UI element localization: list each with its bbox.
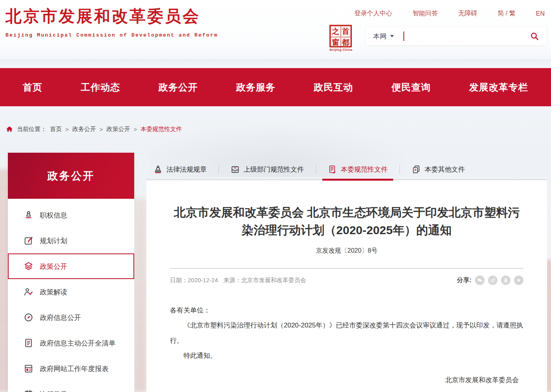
tab-upper-department-documents[interactable]: 上级部门规范性文件	[231, 165, 304, 174]
search-input[interactable]	[404, 30, 530, 42]
interpretation-icon	[24, 287, 33, 297]
sidebar-item-authority-info[interactable]: 职权信息	[8, 202, 134, 228]
salutation: 各有关单位：	[170, 303, 523, 318]
nav-item-convenient-query[interactable]: 便民查询	[392, 81, 431, 94]
paragraph: 特此通知。	[170, 348, 523, 363]
sidebar-item-label: 决策目录	[40, 390, 67, 392]
sidebar-item-label: 政策公开	[40, 262, 67, 271]
beijing-china-seal-logo[interactable]: 之 首 窗 都 Beijing-China	[329, 25, 353, 52]
article-meta-left: 日期：2020-12-24来源：北京市发展和改革委员会	[170, 277, 306, 284]
tab-label: 本委其他文件	[425, 165, 465, 174]
site-subtitle: Beijing Municipal Commission of Developm…	[6, 32, 218, 38]
breadcrumb-item-policy[interactable]: 政策公开	[107, 126, 130, 133]
article-title: 北京市发展和改革委员会 北京市生态环境局关于印发北京市塑料污染治理行动计划（20…	[170, 203, 523, 239]
top-links: 登录个人中心 智能问答 无障碍 简 / 繁 EN	[354, 9, 545, 18]
tab-label: 上级部门规范性文件	[244, 165, 304, 174]
qq-share-icon[interactable]	[501, 276, 510, 285]
seal-grid: 之 首 窗 都	[329, 25, 352, 47]
tab-divider	[316, 165, 316, 174]
sidebar-item-label: 规划计划	[40, 236, 67, 246]
site-title: 北京市发展和改革委员会	[6, 6, 218, 27]
breadcrumb-separator: >	[134, 126, 137, 133]
chevron-down-icon	[390, 35, 394, 37]
tab-label: 本委规范性文件	[341, 165, 388, 174]
tab-divider	[218, 165, 219, 174]
sidebar-items: 职权信息 规划计划 政策公开 政策解读	[8, 199, 134, 392]
main-content: 法律法规规章 上级部门规范性文件 本委规范性文件	[146, 159, 547, 392]
breadcrumb-item-home[interactable]: 首页	[50, 126, 62, 133]
sidebar-item-planning[interactable]: 规划计划	[8, 228, 134, 253]
page: 北京市发展和改革委员会 Beijing Municipal Commission…	[0, 0, 551, 392]
top-link-simplified-traditional[interactable]: 简 / 繁	[497, 9, 515, 18]
sidebar-item-proactive-disclosure-list[interactable]: 政府信息主动公开全清单	[8, 330, 134, 356]
sidebar-item-label: 政府网站工作年度报表	[40, 364, 109, 374]
tab-label: 法律法规规章	[166, 165, 207, 174]
sidebar-item-label: 政策解读	[40, 287, 67, 297]
stamp-icon	[24, 210, 33, 220]
weibo-share-icon[interactable]	[488, 276, 497, 285]
seal-caption: Beijing-China	[329, 48, 353, 52]
article-body: 各有关单位： 《北京市塑料污染治理行动计划（2020-2025年）》已经市委深改…	[170, 303, 523, 388]
breadcrumb-item-current: 本委规范性文件	[141, 126, 182, 133]
seal-char: 都	[341, 37, 351, 48]
sidebar-item-label: 政府信息公开	[40, 313, 81, 322]
breadcrumb-item-gov-affairs[interactable]: 政务公开	[72, 126, 96, 133]
seal-icon	[153, 165, 163, 174]
search-bar: 本网	[366, 27, 546, 45]
qzone-share-icon[interactable]	[514, 276, 523, 285]
seal-char: 窗	[331, 37, 341, 48]
nav-item-home[interactable]: 首页	[23, 81, 43, 94]
tab-commission-other-documents[interactable]: 本委其他文件	[412, 165, 465, 174]
wechat-share-icon[interactable]	[475, 276, 484, 285]
list-document-icon	[24, 338, 33, 348]
sidebar-item-label: 政府信息主动公开全清单	[40, 338, 116, 348]
seal-char: 之	[331, 26, 341, 37]
other-doc-icon	[412, 165, 421, 174]
top-link-login[interactable]: 登录个人中心	[354, 9, 392, 18]
document-tabs: 法律法规规章 上级部门规范性文件 本委规范性文件	[146, 159, 547, 180]
breadcrumb-separator: >	[100, 126, 103, 133]
article-source: 北京市发展和改革委员会	[241, 277, 306, 283]
tab-laws-regulations[interactable]: 法律法规规章	[153, 165, 207, 174]
article-panel: 北京市发展和改革委员会 北京市生态环境局关于印发北京市塑料污染治理行动计划（20…	[146, 181, 547, 392]
share-label: 分享:	[457, 276, 471, 285]
article-meta: 日期：2020-12-24来源：北京市发展和改革委员会 分享:	[170, 276, 523, 285]
signature: 北京市发展和改革委员会	[170, 373, 523, 388]
seal-char: 首	[341, 26, 351, 37]
tab-commission-normative-documents[interactable]: 本委规范性文件	[328, 165, 388, 174]
sidebar-item-decision-catalog[interactable]: 决策目录	[8, 381, 134, 392]
document-number: 京发改规〔2020〕8号	[170, 247, 523, 255]
breadcrumb-separator: >	[65, 126, 69, 133]
nav-item-reform-column[interactable]: 发展改革专栏	[469, 81, 528, 94]
top-link-qa[interactable]: 智能问答	[412, 9, 438, 18]
commission-doc-icon	[328, 165, 337, 174]
site-header: 北京市发展和改革委员会 Beijing Municipal Commission…	[0, 0, 551, 59]
nav-item-gov-services[interactable]: 政务服务	[236, 81, 276, 94]
layers-icon	[24, 261, 33, 271]
nav-item-interaction[interactable]: 政民互动	[314, 81, 353, 94]
sidebar-item-policy-interpretation[interactable]: 政策解读	[8, 279, 134, 305]
sidebar-item-label: 职权信息	[40, 211, 67, 220]
tab-divider	[399, 165, 400, 174]
top-link-accessibility[interactable]: 无障碍	[458, 9, 477, 18]
home-icon[interactable]	[6, 125, 13, 133]
background-artwork	[134, 199, 147, 392]
nav-item-work-dynamics[interactable]: 工作动态	[81, 81, 120, 94]
divider	[170, 268, 523, 269]
sidebar-item-gov-info-disclosure[interactable]: 政府信息公开	[8, 305, 134, 330]
search-scope-dropdown[interactable]: 本网	[373, 32, 394, 41]
top-link-english[interactable]: EN	[536, 10, 545, 17]
share-bar: 分享:	[457, 276, 523, 285]
search-icon[interactable]	[530, 31, 539, 41]
nav-item-gov-affairs[interactable]: 政务公开	[159, 81, 198, 94]
sidebar-item-policy-disclosure[interactable]: 政策公开	[8, 253, 134, 279]
annual-report-icon	[24, 364, 33, 374]
source-label: 来源：	[224, 277, 241, 283]
site-logo[interactable]: 北京市发展和改革委员会 Beijing Municipal Commission…	[6, 6, 218, 38]
date-label: 日期：	[170, 277, 188, 283]
search-scope-label: 本网	[373, 32, 386, 41]
breadcrumb-label: 当前位置：	[17, 126, 46, 133]
compass-icon	[24, 312, 33, 322]
sidebar-item-website-annual-report[interactable]: 政府网站工作年度报表	[8, 356, 134, 381]
article-date: 2020-12-24	[188, 277, 218, 283]
